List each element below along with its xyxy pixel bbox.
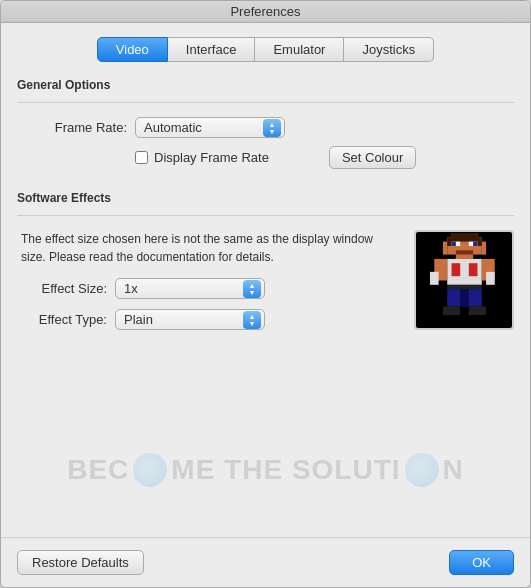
frame-rate-select-wrapper: Automatic 50Hz 60Hz 75Hz [135,117,285,138]
effects-left: The effect size chosen here is not the s… [17,230,400,338]
svg-rect-23 [451,263,460,276]
title-bar: Preferences [1,1,530,23]
effect-type-label: Effect Type: [17,312,107,327]
svg-rect-10 [473,241,477,245]
svg-rect-16 [442,306,459,315]
software-effects-divider [17,215,514,216]
svg-rect-24 [468,263,477,276]
effect-type-select-wrapper: Plain Scale2x Scale3x CRT [115,309,265,330]
tab-emulator[interactable]: Emulator [255,37,344,62]
effect-size-select-wrapper: 1x 2x 3x 4x [115,278,265,299]
svg-rect-2 [442,241,446,254]
tab-video[interactable]: Video [97,37,168,62]
svg-rect-19 [429,271,438,284]
effect-type-row: Effect Type: Plain Scale2x Scale3x CRT [17,309,400,330]
general-options-divider [17,102,514,103]
general-options-label: General Options [17,78,514,92]
effect-size-row: Effect Size: 1x 2x 3x 4x [17,278,400,299]
frame-rate-row: Frame Rate: Automatic 50Hz 60Hz 75Hz [17,117,514,138]
watermark-circle [133,453,167,487]
ok-button[interactable]: OK [449,550,514,575]
effect-size-label: Effect Size: [17,281,107,296]
svg-rect-12 [455,254,472,258]
software-effects-label: Software Effects [17,191,514,205]
svg-rect-3 [481,241,485,254]
svg-rect-9 [451,241,455,245]
frame-rate-select[interactable]: Automatic 50Hz 60Hz 75Hz [135,117,285,138]
effects-preview [414,230,514,330]
tab-bar: Video Interface Emulator Joysticks [17,37,514,62]
svg-rect-21 [486,271,495,284]
pixel-art-character [422,233,507,328]
svg-rect-17 [468,306,485,315]
display-frame-rate-label: Display Frame Rate [154,150,269,165]
preferences-window: Preferences Video Interface Emulator Joy… [0,0,531,588]
tab-joysticks[interactable]: Joysticks [344,37,434,62]
effect-size-select[interactable]: 1x 2x 3x 4x [115,278,265,299]
watermark-circle-2 [405,453,439,487]
watermark: BEC ME THE SOLUTI N [1,453,530,487]
effects-note: The effect size chosen here is not the s… [17,230,400,266]
main-content: Video Interface Emulator Joysticks Gener… [1,23,530,537]
effect-type-select[interactable]: Plain Scale2x Scale3x CRT [115,309,265,330]
frame-rate-label: Frame Rate: [37,120,127,135]
effects-inner: The effect size chosen here is not the s… [17,230,514,338]
svg-rect-14 [447,284,482,288]
svg-rect-22 [460,289,469,306]
display-frame-rate-row: Display Frame Rate Set Colour [17,146,514,169]
window-title: Preferences [230,4,300,19]
bottom-bar: Restore Defaults OK [1,537,530,587]
software-effects-section: Software Effects The effect size chosen … [17,191,514,338]
restore-defaults-button[interactable]: Restore Defaults [17,550,144,575]
tab-interface[interactable]: Interface [168,37,256,62]
svg-rect-11 [455,250,472,254]
display-frame-rate-checkbox[interactable] [135,151,148,164]
general-options-section: General Options Frame Rate: Automatic 50… [17,78,514,173]
set-colour-button[interactable]: Set Colour [329,146,416,169]
